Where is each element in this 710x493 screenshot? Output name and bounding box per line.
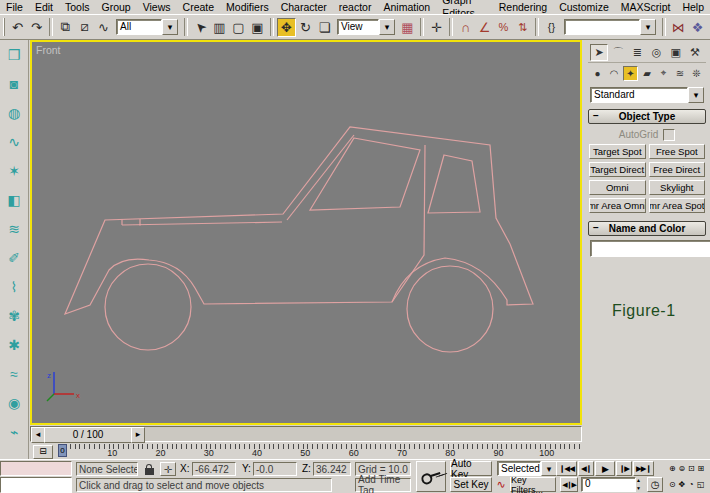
play-button[interactable]: ▶ (595, 461, 615, 476)
spinner-snap-icon[interactable]: ⇅ (513, 18, 532, 37)
reactor-tool-icon[interactable]: ✶ (4, 161, 24, 181)
menu-item[interactable]: Edit (29, 1, 59, 14)
command-panel-tab-icon[interactable]: ≣ (628, 44, 646, 61)
select-and-link-icon[interactable]: ⧉ (56, 18, 75, 37)
reactor-tool-icon[interactable]: ◙ (4, 74, 24, 94)
add-time-tag[interactable]: Add Time Tag (355, 478, 411, 492)
time-slider-handle[interactable]: 0 / 100 (44, 427, 132, 443)
command-panel-tab-icon[interactable]: ▣ (667, 44, 685, 61)
menu-item[interactable]: Character (275, 1, 333, 14)
create-category-icon[interactable]: ▰ (640, 66, 655, 81)
command-panel-tab-icon[interactable]: ⌒ (609, 44, 627, 61)
menu-item[interactable]: Help (676, 1, 710, 14)
transform-type-in-button[interactable]: ✛ (160, 462, 176, 476)
reactor-tool-icon[interactable]: ◧ (4, 190, 24, 210)
menu-item[interactable]: Modifiers (220, 1, 275, 14)
named-selection-dropdown[interactable]: ▾ (564, 19, 656, 35)
reactor-tool-icon[interactable]: ⌇ (4, 277, 24, 297)
named-selection-sets-icon[interactable]: {} (542, 18, 561, 37)
create-category-icon[interactable]: ◠ (607, 66, 622, 81)
create-category-icon[interactable]: ≋ (673, 66, 688, 81)
mirror-icon[interactable]: ⋈ (669, 18, 688, 37)
window-crossing-icon[interactable]: ▣ (248, 18, 267, 37)
select-and-scale-icon[interactable]: ❏ (315, 18, 334, 37)
car-front-window-path[interactable] (428, 155, 480, 213)
create-category-icon[interactable]: ⌖ (656, 66, 671, 81)
car-rear-window-path[interactable] (310, 138, 420, 210)
dropdown-arrow-icon[interactable]: ▾ (162, 19, 178, 35)
pan-icon[interactable]: ✥ (678, 477, 687, 492)
unlink-selection-icon[interactable]: ⧄ (75, 18, 94, 37)
command-panel-tab-icon[interactable]: ➤ (590, 44, 608, 61)
object-type-button[interactable]: Free Spot (649, 144, 706, 159)
auto-key-button[interactable]: Auto Key (450, 461, 492, 476)
current-frame-field[interactable]: 0 (581, 477, 636, 492)
redo-icon[interactable]: ↷ (27, 18, 46, 37)
selection-lock-toggle[interactable] (142, 462, 156, 476)
command-panel-tab-icon[interactable]: ⚒ (686, 44, 704, 61)
select-and-manipulate-icon[interactable]: ✛ (427, 18, 446, 37)
reference-coordinate-dropdown[interactable]: View ▾ (337, 19, 395, 35)
next-frame-button[interactable]: ❙▶ (616, 461, 632, 476)
toolbar-grip[interactable] (3, 18, 5, 36)
reactor-tool-icon[interactable]: ✐ (4, 248, 24, 268)
menu-item[interactable]: Customize (553, 1, 615, 14)
zoom-all-icon[interactable]: ⊜ (678, 461, 687, 476)
track-bar[interactable]: ⊟ 102030405060708090100 0 (30, 444, 582, 459)
zoom-extents-all-icon[interactable]: ⊞ (697, 461, 706, 476)
menu-item[interactable]: reactor (333, 1, 378, 14)
track-bar-ruler[interactable]: 102030405060708090100 (56, 444, 582, 460)
percent-snap-icon[interactable]: % (494, 18, 513, 37)
car-rear-wheel-circle[interactable] (105, 264, 191, 350)
time-slider-next-button[interactable]: ▸ (131, 427, 145, 443)
time-configuration-button[interactable]: ◷ (647, 477, 663, 492)
reactor-tool-icon[interactable]: ✾ (4, 306, 24, 326)
align-icon[interactable]: ❖ (688, 18, 707, 37)
go-to-end-button[interactable]: ▶▶❙ (633, 461, 654, 476)
default-tangent-button[interactable]: ∿ (494, 477, 508, 492)
key-filters-button[interactable]: Key Filters... (510, 477, 556, 492)
angle-snap-icon[interactable]: ∠ (475, 18, 494, 37)
key-mode-toggle-button[interactable]: ◀❙▶ (560, 477, 578, 492)
set-keys-button[interactable] (416, 461, 446, 492)
use-pivot-point-center-icon[interactable]: ▦ (398, 18, 417, 37)
object-type-button[interactable]: mr Area Spot (649, 198, 706, 213)
menu-item[interactable]: Rendering (493, 1, 553, 14)
object-type-rollout-header[interactable]: − Object Type (588, 109, 706, 124)
menu-item[interactable]: Create (177, 1, 221, 14)
car-front-wheel-circle[interactable] (407, 266, 493, 352)
light-type-dropdown[interactable]: Standard ▾ (590, 87, 704, 103)
rectangular-selection-region-icon[interactable]: ▢ (229, 18, 248, 37)
car-a-pillar-path[interactable] (287, 135, 354, 220)
dropdown-arrow-icon[interactable]: ▾ (379, 19, 395, 35)
reactor-tool-icon[interactable]: ≋ (4, 219, 24, 239)
mini-curve-editor-button[interactable]: ⊟ (33, 445, 53, 459)
reactor-tool-icon[interactable]: ⌁ (4, 422, 24, 442)
reactor-tool-icon[interactable]: ≈ (4, 364, 24, 384)
select-and-move-icon[interactable]: ✥ (277, 18, 296, 37)
object-type-button[interactable]: Target Direct (589, 162, 646, 177)
object-type-button[interactable]: Omni (589, 180, 646, 195)
car-trunk-line-path[interactable] (122, 219, 282, 226)
reactor-tool-icon[interactable]: ∿ (4, 132, 24, 152)
object-type-button[interactable]: Free Direct (649, 162, 706, 177)
create-category-icon[interactable]: ✦ (623, 66, 638, 81)
spinner-down-icon[interactable]: ▼ (634, 485, 643, 493)
autogrid-checkbox[interactable] (663, 129, 675, 141)
go-to-start-button[interactable]: ❙◀◀ (556, 461, 577, 476)
object-type-button[interactable]: Target Spot (589, 144, 646, 159)
command-panel-tab-icon[interactable]: ◎ (648, 44, 666, 61)
maxscript-mini-listener[interactable] (0, 477, 72, 493)
name-and-color-rollout-header[interactable]: − Name and Color (588, 221, 706, 236)
x-coord-field[interactable]: -66.472 (192, 462, 236, 476)
menu-item[interactable]: Views (137, 1, 177, 14)
snap-toggle-icon[interactable]: ∩ (456, 18, 475, 37)
region-zoom-icon[interactable]: ⊙ (668, 477, 677, 492)
dropdown-arrow-icon[interactable]: ▾ (640, 19, 656, 35)
spinner-up-icon[interactable]: ▲ (634, 477, 643, 485)
menu-item[interactable]: Group (96, 1, 137, 14)
time-slider[interactable]: ◂ 0 / 100 ▸ (30, 426, 582, 442)
reactor-tool-icon[interactable]: ✱ (4, 335, 24, 355)
menu-item[interactable]: MAXScript (615, 1, 677, 14)
min-max-toggle-icon[interactable]: ◱ (697, 477, 706, 492)
